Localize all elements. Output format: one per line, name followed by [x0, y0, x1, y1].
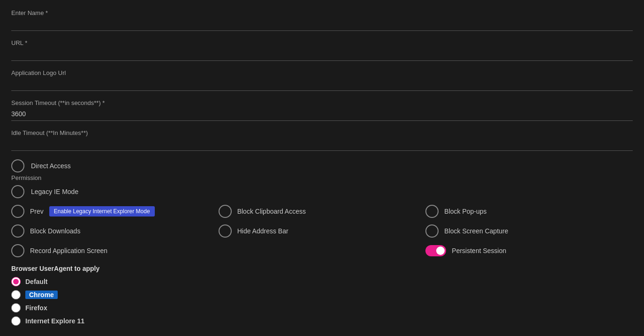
record-app-toggle[interactable] [11, 244, 24, 257]
radio-ie11[interactable] [11, 316, 21, 326]
url-label: URL * [11, 39, 633, 46]
block-downloads-label: Block Downloads [30, 227, 80, 235]
logo-label: Application Logo Url [11, 69, 633, 76]
block-downloads-toggle[interactable] [11, 224, 24, 238]
direct-access-row: Direct Access [11, 159, 633, 172]
logo-field-group: Application Logo Url [11, 69, 633, 91]
legacy-ie-toggle[interactable] [11, 185, 24, 198]
persistent-session-toggle[interactable] [425, 245, 446, 256]
name-label: Enter Name * [11, 9, 633, 16]
idle-field-group: Idle Timeout (**In Minutes**) [11, 129, 633, 151]
radio-default-label: Default [25, 278, 47, 285]
direct-access-label: Direct Access [31, 162, 71, 170]
idle-input[interactable] [11, 138, 633, 151]
block-screen-capture-label: Block Screen Capture [444, 227, 508, 235]
perm-prev: Prev Enable Legacy Internet Explorer Mod… [11, 205, 219, 218]
radio-ie11-label: Internet Explore 11 [25, 317, 84, 325]
perm-block-downloads: Block Downloads [11, 224, 219, 238]
name-field-group: Enter Name * [11, 9, 633, 31]
prev-label: Prev [30, 208, 44, 215]
radio-ie11-row: Internet Explore 11 [11, 316, 633, 326]
perm-block-popups: Block Pop-ups [425, 205, 633, 218]
permission-section-label: Permission [11, 174, 633, 181]
persistent-session-label: Persistent Session [452, 247, 506, 254]
permission-grid: Prev Enable Legacy Internet Explorer Mod… [11, 205, 633, 257]
block-clipboard-label: Block Clipboard Access [237, 208, 306, 215]
perm-hide-address: Hide Address Bar [219, 224, 426, 238]
perm-record-app: Record Application Screen [11, 244, 219, 257]
session-input[interactable] [11, 108, 633, 121]
radio-default-row: Default [11, 277, 633, 286]
radio-firefox-label: Firefox [25, 304, 47, 312]
browser-ua-label: Browser UserAgent to apply [11, 265, 633, 272]
perm-persistent-session: Persistent Session [425, 244, 633, 257]
perm-block-clipboard: Block Clipboard Access [219, 205, 426, 218]
name-input[interactable] [11, 18, 633, 31]
direct-access-toggle[interactable] [11, 159, 24, 172]
hide-address-toggle[interactable] [219, 224, 232, 238]
block-clipboard-toggle[interactable] [219, 205, 232, 218]
legacy-ie-row: Legacy IE Mode [11, 185, 633, 198]
session-label: Session Timeout (**in seconds**) * [11, 99, 633, 106]
perm-block-screen-capture: Block Screen Capture [425, 224, 633, 238]
session-field-group: Session Timeout (**in seconds**) * [11, 99, 633, 121]
record-app-label: Record Application Screen [30, 247, 107, 254]
perm-empty-middle [219, 244, 426, 257]
block-popups-label: Block Pop-ups [444, 208, 486, 215]
block-popups-toggle[interactable] [425, 205, 439, 218]
idle-label: Idle Timeout (**In Minutes**) [11, 129, 633, 136]
logo-input[interactable] [11, 78, 633, 91]
legacy-tooltip: Enable Legacy Internet Explorer Mode [49, 206, 155, 217]
browser-ua-group: Browser UserAgent to apply Default Chrom… [11, 265, 633, 326]
legacy-ie-label: Legacy IE Mode [31, 188, 78, 195]
radio-chrome-label: Chrome [25, 291, 58, 299]
url-field-group: URL * [11, 39, 633, 61]
hide-address-label: Hide Address Bar [237, 227, 288, 235]
radio-chrome[interactable] [11, 290, 21, 299]
block-screen-capture-toggle[interactable] [425, 224, 439, 238]
radio-default[interactable] [11, 277, 21, 286]
url-input[interactable] [11, 48, 633, 61]
radio-firefox[interactable] [11, 303, 21, 313]
prev-toggle[interactable] [11, 205, 24, 218]
radio-chrome-row: Chrome [11, 290, 633, 299]
radio-firefox-row: Firefox [11, 303, 633, 313]
